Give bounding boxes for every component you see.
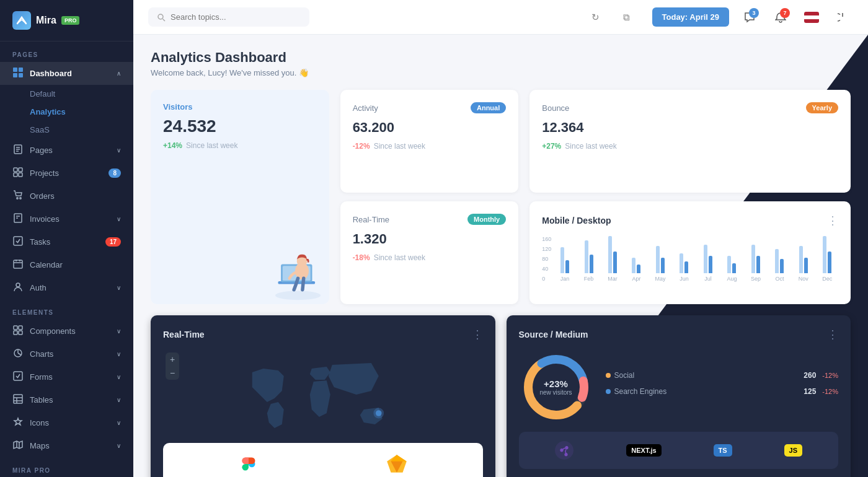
sidebar-item-auth[interactable]: Auth ∨ (0, 276, 133, 299)
source-medium-menu[interactable]: ⋮ (827, 328, 838, 341)
bar-label-mar: Mar (608, 276, 618, 282)
map-zoom-out[interactable]: − (166, 366, 179, 380)
page-title: Analytics Dashboard (151, 50, 851, 66)
source-row-search: Search Engines 125 -12% (606, 387, 839, 396)
search-value: 125 (804, 387, 816, 396)
activity-value: 63.200 (353, 120, 507, 136)
power-btn[interactable] (832, 7, 853, 28)
app-name: Mira (36, 15, 56, 26)
svg-point-45 (373, 408, 384, 419)
maps-icon (12, 440, 24, 452)
realtime-map-header: Real-Time ⋮ (163, 328, 483, 341)
orders-icon (12, 190, 24, 202)
bar-label-aug: Aug (727, 276, 737, 282)
sidebar-logo: Mira PRO (0, 0, 133, 42)
chat-btn[interactable]: 3 (739, 7, 760, 28)
svg-rect-26 (19, 331, 22, 335)
source-medium-header: Source / Medium ⋮ (519, 328, 839, 341)
bounce-footer: +27% Since last week (542, 142, 838, 151)
bar-group-jul: Jul (697, 245, 719, 282)
sidebar-item-orders[interactable]: Orders (0, 185, 133, 208)
calendar-icon (12, 259, 24, 271)
sidebar-item-components[interactable]: Components ∨ (0, 320, 133, 343)
svg-rect-8 (14, 168, 17, 172)
sidebar-item-invoices[interactable]: Invoices ∨ (0, 208, 133, 230)
bar-label-jan: Jan (560, 276, 570, 282)
sidebar-item-pages[interactable]: Pages ∨ (0, 139, 133, 162)
sidebar-item-charts[interactable]: Charts ∨ (0, 343, 133, 365)
visitors-footer: +14% Since last week (163, 141, 317, 150)
refresh-btn[interactable]: ↻ (585, 7, 606, 28)
bell-badge: 7 (780, 8, 790, 18)
bounce-card: Bounce Yearly 12.364 +27% Since last wee… (529, 90, 851, 193)
svg-rect-1 (19, 68, 23, 72)
svg-rect-29 (14, 395, 22, 403)
bar-mobile-may (656, 246, 660, 273)
search-dot (606, 389, 611, 394)
mobile-desktop-card: Mobile / Desktop ⋮ 160 120 80 40 0 (529, 201, 851, 304)
bar-chart: 160 120 80 40 0 JanFebMarAprMayJunJulAug… (542, 236, 838, 292)
source-row-social: Social 260 -12% (606, 371, 839, 380)
section-pages: PAGES (0, 42, 133, 62)
sidebar-sub-saas[interactable]: SaaS (0, 121, 133, 139)
social-name: Social (614, 371, 635, 380)
mobile-desktop-menu[interactable]: ⋮ (827, 214, 838, 227)
map-zoom-in[interactable]: + (166, 352, 179, 366)
sidebar-item-maps[interactable]: Maps ∨ (0, 434, 133, 457)
search-change: -12% (822, 388, 838, 395)
bounce-trend: +27% (542, 142, 561, 151)
sidebar-sub-default[interactable]: Default (0, 85, 133, 103)
realtime-map-menu[interactable]: ⋮ (472, 328, 483, 341)
bar-mobile-feb (585, 240, 588, 273)
sidebar-item-icons[interactable]: Icons ∨ (0, 411, 133, 434)
svg-rect-11 (19, 173, 22, 177)
source-medium-body: +23% new visitors Social (519, 350, 839, 424)
sidebar-sub-analytics[interactable]: Analytics (0, 103, 133, 121)
sidebar-item-projects[interactable]: Projects 8 (0, 162, 133, 185)
charts-icon (12, 348, 24, 360)
dashboard-icon (12, 68, 24, 79)
sidebar-item-tasks[interactable]: Tasks 17 (0, 230, 133, 253)
realtime-trend: -18% (353, 253, 370, 262)
search-input[interactable] (170, 12, 282, 22)
sidebar-item-dashboard[interactable]: Dashboard ∧ (0, 62, 133, 85)
svg-rect-18 (14, 260, 22, 268)
svg-rect-28 (14, 372, 22, 380)
invoices-label: Invoices (30, 214, 60, 224)
calendar-label: Calendar (30, 260, 63, 269)
javascript-logo: JS (784, 444, 802, 457)
bar-mobile-nov (799, 246, 803, 273)
bar-desktop-may (661, 258, 665, 273)
sidebar-item-tables[interactable]: Tables ∨ (0, 388, 133, 411)
filter-btn[interactable]: ⧉ (616, 7, 637, 28)
visitors-trend-label: Since last week (186, 141, 237, 150)
logos-light-card (163, 443, 483, 477)
content-area: Analytics Dashboard Welcome back, Lucy! … (133, 35, 868, 477)
bar-desktop-aug (732, 263, 736, 273)
bell-btn[interactable]: 7 (770, 7, 791, 28)
bar-label-oct: Oct (775, 276, 784, 282)
bounce-trend-label: Since last week (565, 142, 616, 151)
realtime-map-title: Real-Time (163, 330, 205, 339)
sidebar-item-forms[interactable]: Forms ∨ (0, 365, 133, 388)
bar-label-nov: Nov (799, 276, 808, 282)
bar-group-mar: Mar (601, 236, 623, 282)
today-button[interactable]: Today: April 29 (652, 7, 729, 27)
page-subtitle: Welcome back, Lucy! We've missed you. 👋 (151, 68, 851, 77)
projects-icon (12, 167, 24, 179)
bar-group-oct: Oct (769, 249, 790, 282)
activity-label: Activity (353, 103, 378, 113)
invoices-chevron: ∨ (117, 216, 121, 222)
activity-footer: -12% Since last week (353, 142, 507, 151)
map-svg (163, 350, 483, 443)
bar-label-dec: Dec (822, 276, 832, 282)
visitors-label: Visitors (163, 102, 317, 112)
flag-btn[interactable] (801, 7, 822, 28)
tables-chevron: ∨ (117, 396, 121, 403)
sidebar-item-calendar[interactable]: Calendar (0, 253, 133, 276)
social-change: -12% (822, 372, 838, 379)
logos-dark-card: NEXT.js TS JS (519, 432, 839, 469)
pages-icon (12, 144, 24, 156)
source-medium-title: Source / Medium (519, 330, 588, 339)
realtime-trend-label: Since last week (374, 253, 425, 262)
